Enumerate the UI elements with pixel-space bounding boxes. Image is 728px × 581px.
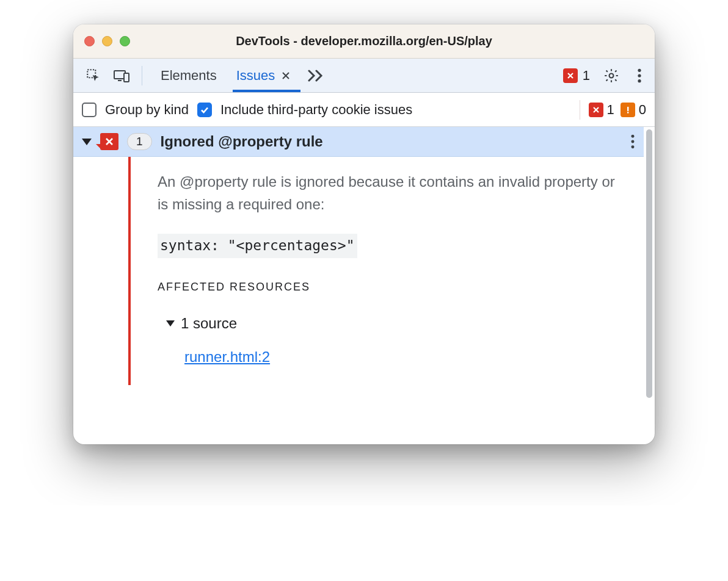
window-minimize-button[interactable] xyxy=(102,36,112,46)
affected-resources-heading: AFFECTED RESOURCES xyxy=(158,279,622,296)
error-count-value: 1 xyxy=(607,102,614,118)
tab-issues[interactable]: Issues xyxy=(227,59,301,92)
error-count: 1 xyxy=(583,68,590,84)
error-icon xyxy=(563,68,578,83)
issue-more-icon[interactable] xyxy=(630,134,635,150)
toolbar-divider xyxy=(142,66,142,85)
source-link-row: runner.html:2 xyxy=(158,345,622,368)
warning-icon xyxy=(621,103,635,117)
group-by-kind-checkbox[interactable] xyxy=(82,103,96,117)
issue-code-snippet: syntax: "<percentages>" xyxy=(158,234,357,258)
issue-title: Ignored @property rule xyxy=(161,133,323,150)
svg-point-10 xyxy=(632,135,635,138)
window-title: DevTools - developer.mozilla.org/en-US/p… xyxy=(73,34,655,48)
issue-count-pill: 1 xyxy=(127,133,152,150)
close-tab-icon[interactable] xyxy=(281,71,291,81)
window-zoom-button[interactable] xyxy=(120,36,130,46)
scrollbar-thumb[interactable] xyxy=(646,129,652,398)
device-toolbar-icon[interactable] xyxy=(110,64,133,87)
more-options-icon[interactable] xyxy=(628,64,651,87)
svg-rect-3 xyxy=(124,73,129,82)
inspect-element-icon[interactable] xyxy=(82,64,105,87)
group-by-kind-label: Group by kind xyxy=(105,102,189,118)
expand-triangle-icon xyxy=(166,320,175,327)
window-close-button[interactable] xyxy=(84,36,95,46)
svg-point-6 xyxy=(638,74,641,77)
warning-count-pill[interactable]: 0 xyxy=(621,102,646,118)
tab-label: Issues xyxy=(236,68,275,84)
options-divider xyxy=(580,100,580,120)
svg-point-12 xyxy=(632,145,635,148)
main-toolbar: Elements Issues 1 xyxy=(73,59,655,93)
vertical-scrollbar[interactable] xyxy=(645,129,653,442)
titlebar: DevTools - developer.mozilla.org/en-US/p… xyxy=(73,24,655,59)
svg-rect-9 xyxy=(627,112,628,113)
issues-content: 1 Ignored @property rule An @property ru… xyxy=(73,127,655,444)
error-icon xyxy=(589,103,603,117)
svg-point-11 xyxy=(632,140,635,143)
source-summary-text: 1 source xyxy=(181,312,237,334)
warning-count-value: 0 xyxy=(639,102,646,118)
more-tabs-button[interactable] xyxy=(300,59,331,92)
svg-point-4 xyxy=(610,73,614,78)
svg-rect-8 xyxy=(627,107,628,111)
issue-description: An @property rule is ignored because it … xyxy=(158,170,622,215)
third-party-checkbox[interactable] xyxy=(197,103,212,117)
issue-header[interactable]: 1 Ignored @property rule xyxy=(73,127,644,157)
tab-label: Elements xyxy=(161,68,217,84)
svg-point-5 xyxy=(638,68,641,71)
panel-tabs: Elements Issues xyxy=(151,59,331,92)
error-count-pill[interactable]: 1 xyxy=(589,102,614,118)
tab-elements[interactable]: Elements xyxy=(151,59,227,92)
traffic-lights xyxy=(84,36,130,46)
source-summary-row[interactable]: 1 source xyxy=(158,312,622,334)
devtools-window: DevTools - developer.mozilla.org/en-US/p… xyxy=(73,24,655,444)
issue-body: An @property rule is ignored because it … xyxy=(73,157,644,385)
expand-triangle-icon xyxy=(82,139,92,145)
toolbar-error-badge[interactable]: 1 xyxy=(558,68,595,84)
third-party-label: Include third-party cookie issues xyxy=(220,102,412,118)
issues-options-bar: Group by kind Include third-party cookie… xyxy=(73,93,655,127)
settings-gear-icon[interactable] xyxy=(600,64,623,87)
source-link[interactable]: runner.html:2 xyxy=(184,348,270,365)
issue-counts: 1 0 xyxy=(589,102,647,118)
svg-point-7 xyxy=(638,79,641,82)
issue-error-icon xyxy=(100,133,118,150)
